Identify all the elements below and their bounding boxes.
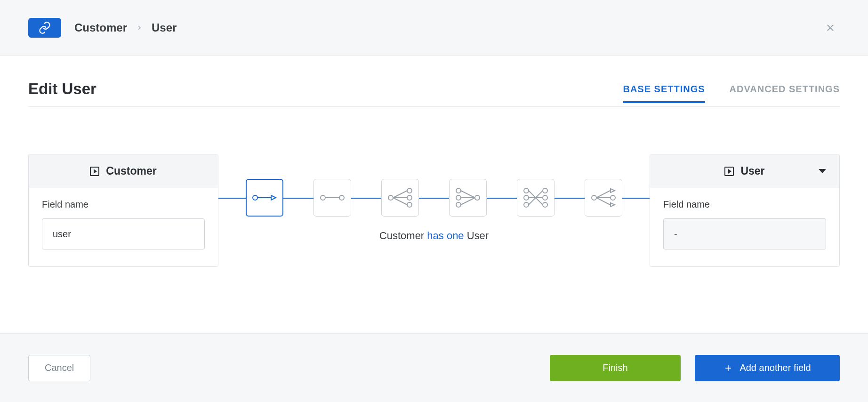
relation-row: Customer Field name	[28, 154, 840, 267]
collection-icon	[724, 167, 734, 176]
content-area: Edit User BASE SETTINGS ADVANCED SETTING…	[0, 56, 868, 333]
right-entity-body: Field name	[650, 188, 839, 266]
plus-icon	[723, 363, 733, 373]
header-left: Customer User	[28, 18, 177, 38]
left-field-label: Field name	[42, 199, 205, 210]
breadcrumb-item-1[interactable]: Customer	[74, 21, 127, 34]
finish-button[interactable]: Finish	[550, 355, 681, 381]
chevron-down-icon	[819, 169, 826, 173]
relation-type-row	[218, 179, 650, 217]
collection-icon	[90, 167, 99, 176]
add-another-field-button[interactable]: Add another field	[695, 355, 840, 381]
settings-tabs: BASE SETTINGS ADVANCED SETTINGS	[623, 84, 840, 103]
relation-type-has-one[interactable]	[246, 179, 283, 217]
link-icon	[38, 21, 51, 34]
relation-caption-suffix: User	[464, 230, 489, 241]
relation-type-one-to-one[interactable]	[313, 179, 351, 217]
relation-caption-highlight: has one	[427, 230, 464, 241]
page-title: Edit User	[28, 80, 96, 106]
svg-point-36	[611, 195, 615, 200]
svg-point-14	[407, 202, 412, 207]
add-another-field-label: Add another field	[739, 362, 811, 373]
right-entity-card: User Field name	[650, 154, 840, 267]
left-entity-header: Customer	[29, 154, 218, 188]
breadcrumb-item-2[interactable]: User	[152, 21, 177, 34]
left-entity-body: Field name	[29, 188, 218, 266]
svg-point-17	[456, 202, 461, 207]
footer-bar: Cancel Finish Add another field	[0, 333, 868, 402]
svg-point-16	[456, 195, 461, 200]
svg-line-18	[461, 191, 475, 198]
svg-line-34	[596, 198, 610, 205]
tab-advanced-settings[interactable]: ADVANCED SETTINGS	[730, 84, 840, 103]
svg-point-27	[543, 202, 547, 207]
footer-right: Finish Add another field	[550, 355, 840, 381]
svg-point-23	[524, 195, 529, 200]
content-header: Edit User BASE SETTINGS ADVANCED SETTING…	[28, 80, 840, 107]
one-to-many-right-icon	[387, 187, 413, 208]
svg-marker-37	[611, 203, 615, 207]
close-button[interactable]	[821, 18, 840, 37]
relation-config: Customer has one User	[218, 179, 650, 242]
svg-point-22	[524, 188, 529, 193]
relation-type-one-to-many-right[interactable]	[381, 179, 419, 217]
svg-point-13	[407, 195, 412, 200]
svg-point-26	[543, 195, 547, 200]
svg-line-9	[393, 191, 407, 198]
svg-point-7	[339, 195, 344, 200]
svg-point-2	[253, 195, 257, 200]
svg-point-5	[321, 195, 325, 200]
svg-point-8	[388, 195, 393, 200]
svg-point-21	[475, 195, 480, 200]
right-field-input	[663, 218, 826, 249]
many-to-one-left-icon	[455, 187, 481, 208]
svg-line-32	[596, 191, 610, 198]
right-entity-title: User	[740, 165, 764, 177]
svg-point-31	[592, 195, 596, 200]
right-entity-header[interactable]: User	[650, 154, 839, 188]
close-icon	[825, 22, 836, 33]
svg-marker-4	[271, 195, 276, 200]
left-entity-card: Customer Field name	[28, 154, 218, 267]
relation-type-many-to-one-left[interactable]	[449, 179, 487, 217]
one-to-one-icon	[319, 193, 346, 203]
right-field-label: Field name	[663, 199, 826, 210]
relation-type-polymorphic[interactable]	[585, 179, 622, 217]
many-to-many-icon	[522, 187, 549, 208]
svg-line-11	[393, 198, 407, 205]
polymorphic-icon	[590, 187, 617, 208]
svg-point-12	[407, 188, 412, 193]
chevron-right-icon	[136, 21, 143, 34]
relation-type-many-to-many[interactable]	[517, 179, 555, 217]
svg-marker-35	[611, 189, 615, 193]
svg-line-20	[461, 198, 475, 205]
has-one-icon	[251, 193, 278, 203]
svg-point-25	[543, 188, 547, 193]
breadcrumb: Customer User	[74, 21, 177, 34]
tab-base-settings[interactable]: BASE SETTINGS	[623, 84, 705, 103]
relation-caption: Customer has one User	[379, 230, 489, 242]
svg-point-15	[456, 188, 461, 193]
left-field-input[interactable]	[42, 218, 205, 249]
left-entity-title: Customer	[106, 165, 156, 177]
header-bar: Customer User	[0, 0, 868, 56]
svg-point-24	[524, 202, 529, 207]
relation-caption-prefix: Customer	[379, 230, 427, 241]
cancel-button[interactable]: Cancel	[28, 355, 90, 381]
relation-icon-badge[interactable]	[28, 18, 61, 38]
